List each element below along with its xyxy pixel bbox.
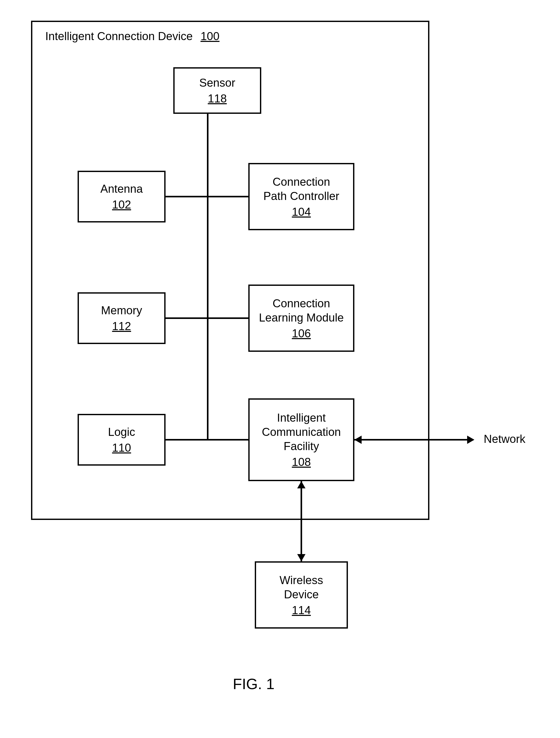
logic-label: Logic [108, 425, 135, 439]
icf-network-arrow-left [354, 436, 362, 444]
antenna-label: Antenna [100, 181, 143, 196]
row3-horizontal [165, 439, 248, 440]
antenna-num: 102 [112, 198, 131, 212]
figure-label: FIG. 1 [233, 675, 274, 693]
icf-network-arrow-right [467, 436, 474, 444]
icf-num: 108 [292, 455, 311, 469]
wireless-line2: Device [284, 587, 319, 602]
icf-wireless-arrow-down [297, 554, 306, 561]
outer-title-text: Intelligent Connection Device [45, 30, 193, 42]
icf-line3: Facility [284, 439, 319, 453]
logic-block: Logic 110 [78, 414, 165, 466]
intelligent-communication-facility-block: Intelligent Communication Facility 108 [248, 398, 354, 481]
diagram-page: Intelligent Connection Device 100 Sensor… [0, 0, 560, 738]
sensor-num: 118 [208, 91, 226, 105]
logic-num: 110 [112, 440, 131, 455]
network-label: Network [484, 432, 525, 445]
row1-horizontal [165, 196, 248, 198]
wireless-device-block: Wireless Device 114 [255, 561, 348, 629]
connection-learning-module-block: Connection Learning Module 106 [248, 285, 354, 352]
cpc-num: 104 [292, 205, 311, 219]
clm-num: 106 [292, 326, 311, 340]
icf-network-line [354, 439, 473, 440]
cpc-line1: Connection [272, 174, 330, 189]
antenna-block: Antenna 102 [78, 171, 165, 223]
icf-line2: Communication [262, 425, 341, 439]
memory-label: Memory [101, 303, 142, 317]
memory-block: Memory 112 [78, 292, 165, 344]
memory-num: 112 [112, 319, 131, 333]
icf-wireless-arrow-up [297, 481, 306, 488]
clm-line2: Learning Module [259, 310, 344, 325]
outer-title-num: 100 [200, 30, 219, 42]
outer-title: Intelligent Connection Device 100 [45, 30, 219, 43]
sensor-block: Sensor 118 [173, 67, 261, 114]
connection-path-controller-block: Connection Path Controller 104 [248, 163, 354, 230]
clm-line1: Connection [272, 296, 330, 310]
sensor-label: Sensor [199, 75, 235, 90]
wireless-num: 114 [292, 603, 311, 617]
bus-vertical [207, 114, 208, 440]
wireless-line1: Wireless [279, 573, 323, 587]
icf-wireless-line [301, 481, 302, 561]
row2-horizontal [165, 317, 248, 319]
icf-line1: Intelligent [277, 410, 326, 425]
cpc-line2: Path Controller [263, 189, 339, 203]
